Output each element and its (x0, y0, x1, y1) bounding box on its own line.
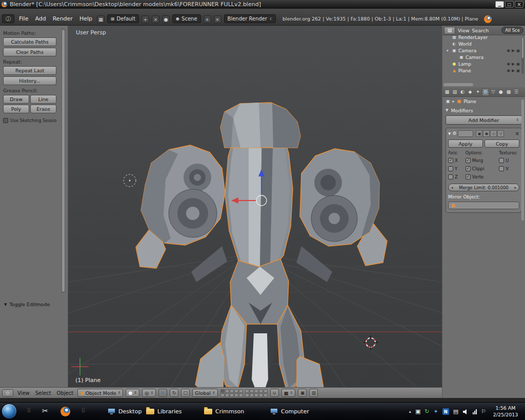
empty-object[interactable] (124, 174, 136, 187)
manipulator-translate-button[interactable]: ↖ (158, 389, 167, 397)
expander-icon[interactable]: ▾ (447, 49, 450, 53)
vertex-groups-checkbox[interactable]: ✓ Verte (466, 173, 499, 181)
grease-line-button[interactable]: Line (30, 95, 56, 104)
update-tray-icon[interactable]: ✦ (434, 409, 438, 414)
modifier-render-toggle[interactable]: ▣ (476, 130, 482, 137)
tab-world[interactable]: ◐ (459, 88, 466, 96)
menu-file[interactable]: File (17, 14, 30, 23)
repeat-last-button[interactable]: Repeat Last (3, 66, 56, 75)
outliner-vertical-scrollbar[interactable] (521, 37, 524, 74)
select-toggle-icon[interactable]: ▶ (512, 49, 515, 53)
clipping-checkbox[interactable]: ✓ Clippi (466, 165, 499, 173)
hide-toggle-icon[interactable]: ◉ (507, 69, 511, 73)
delete-layout-button[interactable]: × (152, 15, 159, 23)
add-scene-button[interactable]: + (204, 15, 211, 23)
layer-cell-active[interactable] (220, 389, 225, 393)
checkbox-icon[interactable]: ✓ (448, 158, 453, 163)
snap-magnet-button[interactable]: ∪ (270, 389, 279, 397)
outliner-menu-search[interactable]: Search (472, 28, 489, 33)
mode-dropdown[interactable]: ■ Object Mode ⇕ (77, 389, 123, 397)
render-toggle-icon[interactable]: ▣ (516, 62, 520, 66)
outliner-editor-type-button[interactable]: ▤ (444, 27, 455, 34)
minimize-button[interactable]: ▁ (495, 1, 504, 8)
modifier-name-field[interactable] (458, 130, 473, 137)
taskbar-item-crimmson[interactable]: Crimmson (204, 403, 244, 420)
grease-poly-button[interactable]: Poly (3, 105, 29, 113)
sketching-session-checkbox[interactable] (3, 118, 8, 123)
taskbar-item-computer[interactable]: Computer (270, 403, 309, 420)
viewport-menu-select[interactable]: Select (34, 390, 53, 396)
orientation-dropdown[interactable]: Global ⇕ (192, 389, 217, 397)
start-button[interactable] (2, 404, 16, 418)
tab-material[interactable]: ● (497, 88, 504, 96)
checkbox-icon[interactable]: ✓ (466, 174, 471, 179)
axis-x-checkbox[interactable]: ✓ X (448, 156, 466, 165)
pivot-dropdown[interactable]: ◎ ⇕ (142, 389, 156, 397)
layout-browse-button[interactable]: ▦ (97, 15, 105, 23)
calculate-paths-button[interactable]: Calculate Paths (3, 37, 56, 46)
checkbox-icon[interactable] (448, 166, 453, 171)
copy-button[interactable]: Copy (484, 139, 519, 148)
modifier-view-toggle[interactable]: ◉ (483, 130, 490, 137)
render-engine-selector[interactable]: Blender Render ⇕ (224, 14, 276, 23)
checkbox-icon[interactable]: ✓ (466, 158, 471, 163)
tool-shelf-scrollbar[interactable] (62, 29, 65, 293)
tab-object-data[interactable]: ▽ (490, 88, 497, 96)
history-button[interactable]: History... (3, 76, 56, 85)
outliner-item-world[interactable]: ◐ World (442, 41, 525, 47)
clear-paths-button[interactable]: Clear Paths (3, 48, 56, 56)
checkbox-icon[interactable]: ✓ (466, 166, 471, 171)
tab-modifiers[interactable]: ⚙ (482, 88, 489, 96)
onenote-tray-icon[interactable]: N (442, 408, 449, 415)
checkbox-icon[interactable] (499, 166, 504, 171)
outliner-horizontal-scrollbar[interactable] (443, 83, 473, 86)
hide-toggle-icon[interactable]: ◉ (507, 49, 511, 53)
tab-constraints[interactable]: ✦ (474, 88, 481, 96)
scene-selector[interactable]: ● Scene (172, 14, 200, 23)
menu-help[interactable]: Help (77, 14, 94, 23)
scene-browse-button[interactable]: ● (162, 15, 170, 23)
tab-object[interactable]: ◆ (467, 88, 474, 96)
outliner-display-filter[interactable]: All Sce (501, 27, 523, 34)
mirror-object-field[interactable]: ■ (448, 202, 519, 209)
viewport-menu-object[interactable]: Object (55, 390, 75, 396)
taskbar-item-desktop[interactable]: Desktop (108, 403, 142, 420)
select-toggle-icon[interactable]: ▶ (512, 69, 515, 73)
layer-buttons[interactable] (220, 389, 268, 397)
merge-checkbox[interactable]: ✓ Merg (466, 156, 499, 165)
apply-button[interactable]: Apply (448, 139, 483, 148)
axis-y-checkbox[interactable]: Y (448, 165, 466, 173)
manipulator-scale-button[interactable]: □ (181, 389, 190, 397)
render-toggle-icon[interactable]: ▣ (516, 69, 520, 73)
cursor-3d[interactable] (364, 335, 378, 350)
merge-limit-slider[interactable]: ◂ Merge Limit: 0.001000 ▸ (448, 184, 519, 191)
screen-layout-selector[interactable]: ▦ Default (107, 14, 139, 23)
viewport-menu-view[interactable]: View (16, 390, 31, 396)
expand-triangle-icon[interactable]: ▼ (448, 132, 451, 136)
modifier-cage-toggle[interactable]: ▽ (497, 130, 504, 137)
tab-render[interactable]: ▦ (443, 88, 451, 96)
editor-type-button[interactable]: ⓘ (2, 14, 14, 23)
action-center-flag-icon[interactable]: ⚐ (481, 409, 486, 414)
properties-scrollbar[interactable] (521, 99, 524, 221)
hide-toggle-icon[interactable]: ◉ (507, 62, 511, 66)
mech-model[interactable] (136, 103, 387, 387)
outliner-item-lamp[interactable]: ● Lamp ◉ ▶ ▣ (442, 61, 525, 67)
toggle-editmode-panel[interactable]: ▼ Toggle Editmode (4, 302, 50, 307)
taskbar-item-libraries[interactable]: Libraries (146, 403, 182, 420)
outliner-menu-view[interactable]: View (458, 28, 470, 33)
close-button[interactable]: × (515, 1, 523, 8)
blender-taskbar-icon[interactable] (60, 407, 70, 416)
monitor-tray-icon[interactable]: ▤ (453, 409, 458, 414)
network-tray-icon[interactable] (473, 409, 477, 414)
checkbox-icon[interactable] (448, 174, 453, 179)
tab-texture[interactable]: ▩ (505, 88, 512, 96)
axis-z-checkbox[interactable]: Z (448, 173, 466, 181)
texture-v-checkbox[interactable]: V (499, 165, 519, 173)
manipulator-rotate-button[interactable]: ↻ (170, 389, 178, 397)
outliner-item-camera-data[interactable]: ▣ Camera (442, 54, 525, 61)
modifiers-panel-header[interactable]: ▼ Modifiers (442, 106, 525, 114)
show-hidden-icons-button[interactable]: ▴ (409, 409, 411, 414)
render-toggle-icon[interactable]: ▣ (516, 49, 520, 53)
opengl-render-anim-button[interactable]: ▥ (309, 389, 318, 397)
